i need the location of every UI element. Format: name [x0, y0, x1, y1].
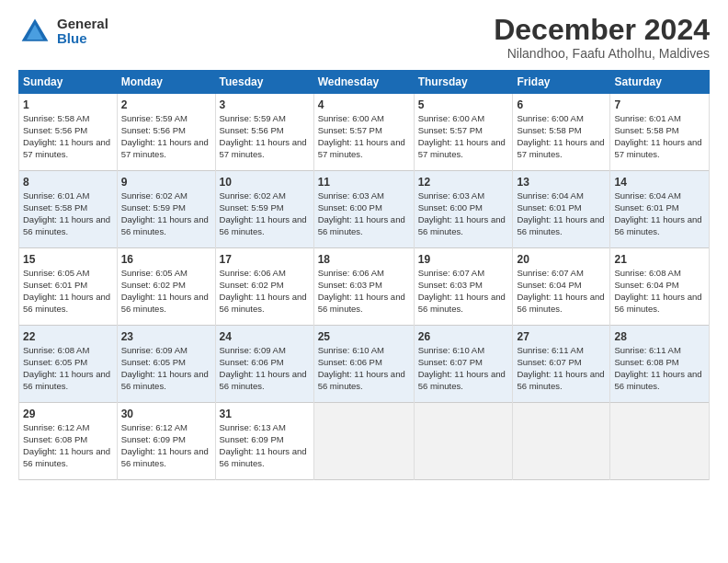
table-row: 9Sunrise: 6:02 AMSunset: 5:59 PMDaylight…: [117, 171, 215, 248]
table-row: 8Sunrise: 6:01 AMSunset: 5:58 PMDaylight…: [19, 171, 118, 248]
page: General Blue December 2024 Nilandhoo, Fa…: [0, 0, 728, 563]
day-info: Sunrise: 6:06 AMSunset: 6:02 PMDaylight:…: [220, 268, 310, 315]
day-number: 1: [23, 98, 113, 112]
title-block: December 2024 Nilandhoo, Faafu Atholhu, …: [494, 15, 710, 61]
table-row: 11Sunrise: 6:03 AMSunset: 6:00 PMDayligh…: [313, 171, 414, 248]
calendar-table: Sunday Monday Tuesday Wednesday Thursday…: [18, 70, 710, 480]
day-number: 11: [318, 175, 410, 190]
day-number: 31: [220, 407, 310, 421]
day-info: Sunrise: 6:01 AMSunset: 5:58 PMDaylight:…: [614, 113, 705, 160]
day-info: Sunrise: 6:07 AMSunset: 6:03 PMDaylight:…: [418, 268, 509, 315]
table-row: 28Sunrise: 6:11 AMSunset: 6:08 PMDayligh…: [610, 326, 710, 403]
col-wednesday: Wednesday: [313, 71, 414, 94]
table-row: 2Sunrise: 5:59 AMSunset: 5:56 PMDaylight…: [117, 94, 215, 171]
day-number: 9: [121, 175, 211, 190]
day-info: Sunrise: 6:10 AMSunset: 6:07 PMDaylight:…: [418, 345, 509, 392]
day-number: 4: [318, 98, 410, 112]
day-number: 6: [517, 98, 606, 112]
day-number: 27: [517, 329, 606, 344]
day-number: 10: [220, 175, 310, 190]
day-info: Sunrise: 6:02 AMSunset: 5:59 PMDaylight:…: [220, 190, 310, 237]
day-number: 5: [418, 98, 509, 112]
day-number: 28: [614, 329, 705, 344]
logo-blue-text: Blue: [57, 31, 108, 47]
day-info: Sunrise: 6:00 AMSunset: 5:58 PMDaylight:…: [517, 113, 606, 160]
day-number: 22: [23, 329, 113, 344]
day-info: Sunrise: 6:11 AMSunset: 6:08 PMDaylight:…: [614, 345, 705, 392]
table-row: 14Sunrise: 6:04 AMSunset: 6:01 PMDayligh…: [610, 171, 710, 248]
day-info: Sunrise: 6:12 AMSunset: 6:09 PMDaylight:…: [121, 422, 211, 469]
day-info: Sunrise: 6:03 AMSunset: 6:00 PMDaylight:…: [418, 190, 509, 237]
table-row: 20Sunrise: 6:07 AMSunset: 6:04 PMDayligh…: [513, 248, 610, 326]
logo-text: General Blue: [57, 17, 108, 47]
day-info: Sunrise: 5:58 AMSunset: 5:56 PMDaylight:…: [23, 113, 113, 160]
table-row: 4Sunrise: 6:00 AMSunset: 5:57 PMDaylight…: [313, 94, 414, 171]
table-row: 10Sunrise: 6:02 AMSunset: 5:59 PMDayligh…: [215, 171, 313, 248]
table-row: [313, 403, 414, 480]
day-number: 29: [23, 407, 113, 421]
day-number: 3: [220, 98, 310, 112]
day-info: Sunrise: 6:12 AMSunset: 6:08 PMDaylight:…: [23, 422, 113, 469]
calendar-week-row: 15Sunrise: 6:05 AMSunset: 6:01 PMDayligh…: [19, 248, 710, 326]
day-info: Sunrise: 6:01 AMSunset: 5:58 PMDaylight:…: [23, 190, 113, 237]
day-number: 17: [220, 252, 310, 267]
day-number: 20: [517, 252, 606, 267]
day-info: Sunrise: 6:08 AMSunset: 6:04 PMDaylight:…: [614, 268, 705, 315]
calendar-body: 1Sunrise: 5:58 AMSunset: 5:56 PMDaylight…: [19, 94, 710, 480]
day-number: 26: [418, 329, 509, 344]
logo-icon: [18, 15, 51, 48]
day-info: Sunrise: 6:08 AMSunset: 6:05 PMDaylight:…: [23, 345, 113, 392]
table-row: 5Sunrise: 6:00 AMSunset: 5:57 PMDaylight…: [414, 94, 513, 171]
calendar-week-row: 8Sunrise: 6:01 AMSunset: 5:58 PMDaylight…: [19, 171, 710, 248]
day-number: 24: [220, 329, 310, 344]
table-row: 19Sunrise: 6:07 AMSunset: 6:03 PMDayligh…: [414, 248, 513, 326]
day-info: Sunrise: 6:04 AMSunset: 6:01 PMDaylight:…: [517, 190, 606, 237]
weekday-header-row: Sunday Monday Tuesday Wednesday Thursday…: [19, 71, 710, 94]
day-number: 21: [614, 252, 705, 267]
table-row: 27Sunrise: 6:11 AMSunset: 6:07 PMDayligh…: [513, 326, 610, 403]
day-info: Sunrise: 6:06 AMSunset: 6:03 PMDaylight:…: [318, 268, 410, 315]
day-number: 15: [23, 252, 113, 267]
table-row: 3Sunrise: 5:59 AMSunset: 5:56 PMDaylight…: [215, 94, 313, 171]
col-monday: Monday: [117, 71, 215, 94]
location: Nilandhoo, Faafu Atholhu, Maldives: [494, 46, 710, 61]
table-row: 17Sunrise: 6:06 AMSunset: 6:02 PMDayligh…: [215, 248, 313, 326]
table-row: 23Sunrise: 6:09 AMSunset: 6:05 PMDayligh…: [117, 326, 215, 403]
day-info: Sunrise: 6:05 AMSunset: 6:01 PMDaylight:…: [23, 268, 113, 315]
table-row: 1Sunrise: 5:58 AMSunset: 5:56 PMDaylight…: [19, 94, 118, 171]
calendar-header: Sunday Monday Tuesday Wednesday Thursday…: [19, 71, 710, 94]
logo: General Blue: [18, 15, 108, 48]
table-row: 26Sunrise: 6:10 AMSunset: 6:07 PMDayligh…: [414, 326, 513, 403]
day-info: Sunrise: 6:02 AMSunset: 5:59 PMDaylight:…: [121, 190, 211, 237]
day-info: Sunrise: 6:03 AMSunset: 6:00 PMDaylight:…: [318, 190, 410, 237]
col-tuesday: Tuesday: [215, 71, 313, 94]
day-number: 12: [418, 175, 509, 190]
day-number: 16: [121, 252, 211, 267]
day-number: 19: [418, 252, 509, 267]
day-info: Sunrise: 6:04 AMSunset: 6:01 PMDaylight:…: [614, 190, 705, 237]
day-number: 8: [23, 175, 113, 190]
calendar-week-row: 1Sunrise: 5:58 AMSunset: 5:56 PMDaylight…: [19, 94, 710, 171]
day-info: Sunrise: 6:11 AMSunset: 6:07 PMDaylight:…: [517, 345, 606, 392]
day-info: Sunrise: 6:10 AMSunset: 6:06 PMDaylight:…: [318, 345, 410, 392]
day-info: Sunrise: 6:09 AMSunset: 6:06 PMDaylight:…: [220, 345, 310, 392]
day-info: Sunrise: 5:59 AMSunset: 5:56 PMDaylight:…: [121, 113, 211, 160]
day-info: Sunrise: 6:07 AMSunset: 6:04 PMDaylight:…: [517, 268, 606, 315]
day-number: 30: [121, 407, 211, 421]
day-info: Sunrise: 5:59 AMSunset: 5:56 PMDaylight:…: [220, 113, 310, 160]
day-info: Sunrise: 6:13 AMSunset: 6:09 PMDaylight:…: [220, 422, 310, 469]
day-number: 2: [121, 98, 211, 112]
day-number: 25: [318, 329, 410, 344]
table-row: 21Sunrise: 6:08 AMSunset: 6:04 PMDayligh…: [610, 248, 710, 326]
logo-general-text: General: [57, 17, 108, 32]
table-row: 12Sunrise: 6:03 AMSunset: 6:00 PMDayligh…: [414, 171, 513, 248]
table-row: 18Sunrise: 6:06 AMSunset: 6:03 PMDayligh…: [313, 248, 414, 326]
table-row: 16Sunrise: 6:05 AMSunset: 6:02 PMDayligh…: [117, 248, 215, 326]
col-friday: Friday: [513, 71, 610, 94]
day-number: 7: [614, 98, 705, 112]
table-row: 15Sunrise: 6:05 AMSunset: 6:01 PMDayligh…: [19, 248, 118, 326]
table-row: [414, 403, 513, 480]
table-row: 6Sunrise: 6:00 AMSunset: 5:58 PMDaylight…: [513, 94, 610, 171]
day-number: 14: [614, 175, 705, 190]
table-row: [513, 403, 610, 480]
